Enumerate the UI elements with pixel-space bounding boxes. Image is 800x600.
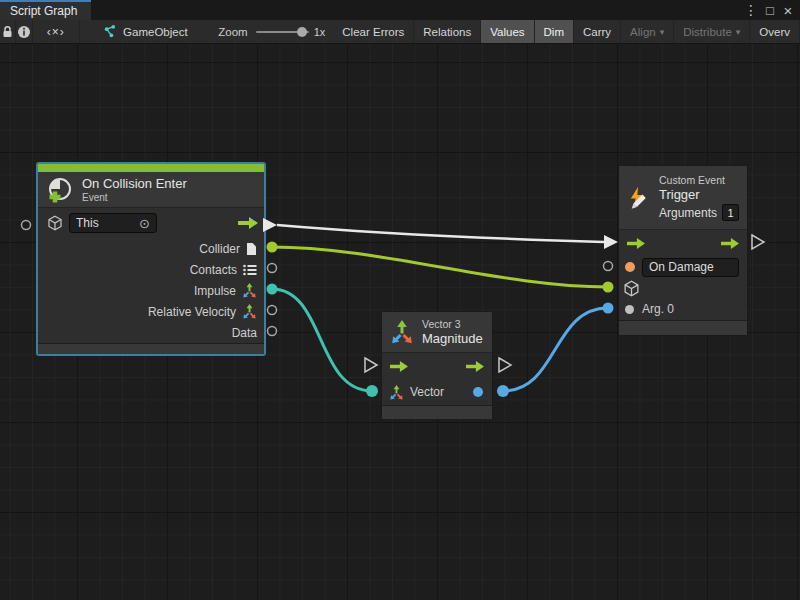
zoom-slider-handle[interactable] [297, 27, 307, 37]
overview-button[interactable]: Overv [750, 20, 800, 43]
values-toggle[interactable]: Values [481, 20, 534, 43]
maximize-icon[interactable]: □ [761, 0, 779, 20]
port-trigger-flow-output[interactable] [752, 235, 764, 249]
code-view-toggle[interactable]: ‹×› [33, 20, 80, 43]
align-label: Align [630, 26, 656, 38]
graph-canvas[interactable]: On Collision Enter Event This ⊙ [0, 44, 800, 600]
code-icon: ‹×› [47, 25, 65, 39]
port-magnitude-flow-output[interactable] [499, 358, 511, 372]
port-magnitude-value-output[interactable] [497, 385, 509, 397]
info-icon [17, 25, 31, 39]
carry-toggle[interactable]: Carry [574, 20, 621, 43]
close-icon[interactable]: × [779, 0, 797, 20]
zoom-label: Zoom [210, 20, 255, 43]
distribute-label: Distribute [683, 26, 732, 38]
port-event-target-input[interactable] [22, 221, 31, 230]
zoom-slider[interactable] [256, 20, 309, 43]
info-button[interactable] [16, 20, 32, 43]
lock-button[interactable] [0, 20, 16, 43]
lock-icon [1, 25, 14, 39]
wire-collider-to-target[interactable] [272, 247, 608, 287]
port-event-name-input[interactable] [604, 262, 613, 271]
port-vector-input[interactable] [366, 385, 378, 397]
toolbar-spacer [80, 20, 94, 43]
window-menu-icon[interactable]: ⋮ [742, 0, 760, 20]
dim-toggle[interactable]: Dim [535, 20, 574, 43]
wire-flow-event-to-trigger[interactable] [277, 225, 604, 242]
align-dropdown[interactable]: Align ▾ [621, 20, 674, 43]
port-trigger-target-input[interactable] [603, 282, 614, 293]
port-arg0-input[interactable] [603, 303, 614, 314]
gameobject-button[interactable]: GameObject [93, 20, 197, 43]
port-event-flow-output[interactable] [263, 218, 277, 232]
script-graph-icon [102, 24, 117, 39]
chevron-down-icon: ▾ [660, 27, 665, 37]
port-impulse-output[interactable] [267, 284, 278, 295]
port-collider-output[interactable] [267, 242, 278, 253]
port-relative-velocity-output[interactable] [268, 306, 277, 315]
tab-script-graph[interactable]: Script Graph [0, 0, 91, 20]
toolbar-spacer [197, 20, 211, 43]
tab-title: Script Graph [10, 4, 77, 18]
zoom-value: 1x [309, 20, 334, 43]
port-data-output[interactable] [268, 327, 277, 336]
port-contacts-output[interactable] [268, 264, 277, 273]
port-magnitude-flow-input[interactable] [365, 358, 377, 372]
chevron-down-icon: ▾ [736, 27, 741, 37]
gameobject-label: GameObject [123, 26, 188, 38]
relations-button[interactable]: Relations [414, 20, 481, 43]
graph-toolbar: ‹×› GameObject Zoom 1x Clear Errors Rela… [0, 20, 800, 44]
clear-errors-button[interactable]: Clear Errors [333, 20, 414, 43]
title-bar: Script Graph ⋮ □ × [0, 0, 800, 20]
connections-layer [0, 44, 800, 600]
unity-visual-scripting-window: Script Graph ⋮ □ × ‹×› [0, 0, 800, 600]
wire-impulse-to-vector[interactable] [272, 289, 372, 391]
distribute-dropdown[interactable]: Distribute ▾ [674, 20, 750, 43]
port-trigger-flow-input[interactable] [604, 235, 618, 249]
wire-magnitude-to-arg0[interactable] [503, 308, 608, 391]
